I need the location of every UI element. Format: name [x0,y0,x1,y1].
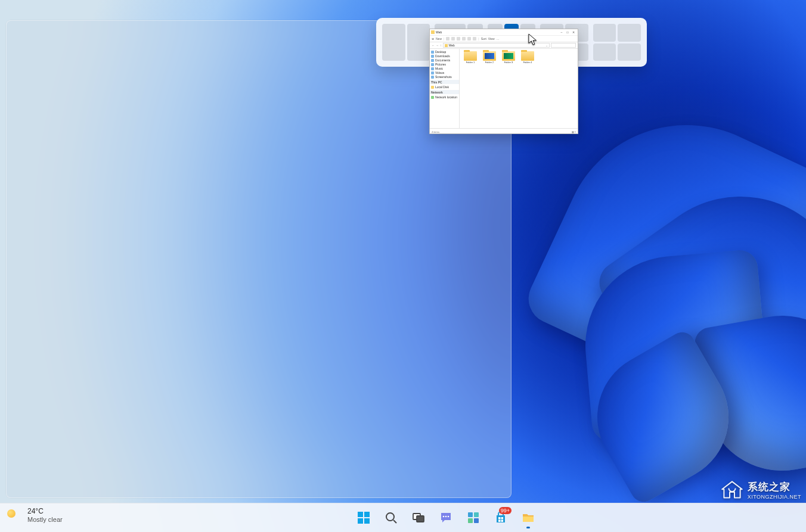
badge: 99+ [499,507,512,514]
nav-item[interactable]: Network location [431,95,458,99]
svg-rect-11 [468,512,473,517]
svg-rect-14 [474,518,479,523]
svg-rect-1 [364,512,370,517]
taskbar-explorer-button[interactable] [516,506,540,530]
snap-layout-option-5[interactable] [593,24,641,61]
back-button[interactable]: ← [432,43,435,47]
items-view[interactable]: Folder 1Folder 2Folder 3Folder 4 [460,49,578,128]
status-bar: 4 items ▦ ≡ [430,128,578,135]
svg-point-4 [386,513,394,521]
file-explorer-window[interactable]: Web – □ ✕ ⊕New | | Sort View … ← → ↑ Web… [429,29,578,134]
taskbar: 24°CMostly clear 99+ [0,503,806,532]
weather-temp: 24°C [27,507,63,515]
weather-desc: Mostly clear [27,515,63,524]
folder-icon [464,51,477,61]
nav-item[interactable]: Screenshots [431,75,458,79]
share-icon[interactable] [467,37,471,41]
nav-item[interactable]: Downloads [431,54,458,58]
folder-item[interactable]: Folder 1 [462,51,479,64]
watermark: 系统之家XITONGZHIJIA.NET [720,480,801,500]
taskbar-chat-button[interactable] [434,506,458,530]
svg-point-8 [445,516,447,518]
folder-icon [431,30,435,34]
svg-rect-16 [501,517,504,519]
nav-item[interactable]: Documents [431,58,458,62]
nav-item[interactable]: Music [431,67,458,70]
minimize-button[interactable]: – [559,30,565,34]
svg-rect-12 [474,512,479,517]
svg-rect-2 [358,518,363,524]
folder-item[interactable]: Folder 2 [481,51,498,64]
address-bar-row: ← → ↑ Web⌄ [430,42,578,49]
copy-icon[interactable] [451,37,455,41]
svg-point-9 [443,516,445,518]
address-bar[interactable]: Web⌄ [443,43,550,48]
svg-rect-3 [364,518,370,524]
taskbar-taskview-button[interactable] [407,506,430,530]
taskbar-store-button[interactable]: 99+ [489,506,513,530]
folder-icon [521,51,534,61]
svg-rect-17 [498,520,501,522]
nav-item[interactable]: Pictures [431,63,458,66]
folder-icon [483,51,496,61]
nav-item[interactable]: Desktop [431,50,458,54]
ribbon-toolbar: ⊕New | | Sort View … [430,36,578,42]
search-input[interactable] [551,43,576,48]
paste-icon[interactable] [457,37,460,41]
taskbar-widgets-button[interactable] [461,506,485,530]
nav-section[interactable]: This PC [430,80,459,84]
new-button[interactable]: New [436,37,442,41]
folder-item[interactable]: Folder 4 [519,51,536,64]
nav-pane: DesktopDownloadsDocumentsPicturesMusicVi… [430,49,460,128]
sort-menu[interactable]: Sort [481,37,486,41]
more-menu[interactable]: … [497,37,500,41]
weather-icon [7,508,21,522]
close-button[interactable]: ✕ [571,30,576,34]
svg-rect-0 [358,512,363,517]
snap-layout-option-1[interactable] [382,24,430,61]
svg-rect-15 [498,517,501,519]
delete-icon[interactable] [473,37,476,41]
folder-item[interactable]: Folder 3 [500,51,517,64]
svg-point-10 [448,516,450,518]
maximize-button[interactable]: □ [565,30,571,34]
window-title: Web [436,30,442,34]
rename-icon[interactable] [462,37,466,41]
svg-rect-13 [468,518,473,523]
taskbar-start-button[interactable] [352,506,376,530]
folder-icon [445,44,448,47]
svg-rect-18 [501,520,504,522]
view-menu[interactable]: View [488,37,495,41]
taskbar-search-button[interactable] [379,506,403,530]
nav-item[interactable]: Local Disk [431,85,458,89]
folder-icon [502,51,515,61]
titlebar[interactable]: Web – □ ✕ [430,29,578,36]
up-button[interactable]: ↑ [440,43,442,47]
svg-rect-7 [417,516,424,522]
nav-section[interactable]: Network [430,90,459,94]
svg-line-5 [393,520,396,523]
nav-item[interactable]: Videos [431,71,458,74]
taskbar-center: 99+ [352,506,540,530]
forward-button[interactable]: → [436,43,439,47]
weather-widget[interactable]: 24°CMostly clear [7,507,63,524]
cut-icon[interactable] [446,37,450,41]
